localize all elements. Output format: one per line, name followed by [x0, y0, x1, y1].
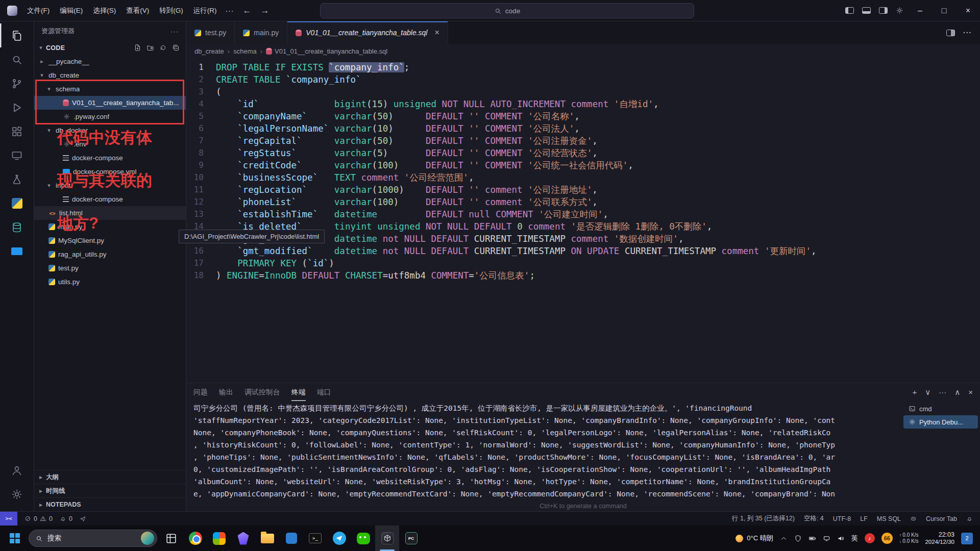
problems-status[interactable]: 0 0 [24, 515, 53, 522]
taskbar-pycharm[interactable]: PC [399, 525, 423, 551]
launch-status[interactable] [80, 515, 86, 522]
section-NOTEPADS[interactable]: ▸NOTEPADS [34, 497, 186, 511]
terminal-dropdown-icon[interactable]: ∨ [925, 388, 930, 397]
weather-widget[interactable]: 0°C 晴朗 [736, 534, 773, 543]
activity-account[interactable] [0, 458, 34, 482]
menu-R[interactable]: 运行(R) [189, 4, 222, 17]
activity-extensions[interactable] [0, 119, 34, 143]
tray-expand-icon[interactable] [780, 535, 788, 542]
activity-settings[interactable] [0, 482, 34, 506]
activity-python[interactable] [0, 191, 34, 215]
panel-tab-问题[interactable]: 问题 [193, 383, 208, 401]
remote-indicator[interactable]: >< [0, 512, 17, 525]
close-panel-icon[interactable]: × [968, 388, 973, 396]
menu-E[interactable]: 编辑(E) [55, 4, 87, 17]
taskbar-telegram[interactable] [327, 525, 351, 551]
tree-item-list.html[interactable]: <>list.html [34, 206, 186, 220]
toggle-secondary-sidebar-icon[interactable] [879, 7, 888, 14]
tree-item-input[interactable]: ▾input [34, 179, 186, 192]
command-center-search[interactable]: code [320, 3, 694, 18]
terminal-instance-PythonDebu[interactable]: Python Debu... [903, 415, 978, 429]
taskbar-obsidian[interactable] [231, 525, 255, 551]
close-tab-icon[interactable]: × [434, 28, 439, 37]
language-mode[interactable]: MS SQL [877, 515, 901, 522]
taskbar-chrome[interactable] [183, 525, 207, 551]
activity-explorer[interactable] [0, 23, 34, 47]
activity-database[interactable] [0, 215, 34, 239]
code-editor[interactable]: 1DROP TABLE IF EXISTS `company_info`;2CR… [186, 58, 980, 383]
tab-test.py[interactable]: test.py [186, 21, 235, 44]
refresh-icon[interactable] [159, 44, 167, 52]
taskbar-file-explorer[interactable] [255, 525, 279, 551]
taskbar-wechat[interactable] [351, 525, 375, 551]
toggle-sidebar-icon[interactable] [845, 7, 854, 14]
tree-item-main.py[interactable]: main.py [34, 220, 186, 234]
tree-item-.pyway.conf[interactable]: .pyway.conf [34, 110, 186, 123]
section-大纲[interactable]: ▸大纲 [34, 470, 186, 484]
notification-center[interactable]: 2 [961, 533, 973, 544]
toggle-panel-icon[interactable] [862, 7, 871, 14]
settings-gear-icon[interactable] [896, 7, 903, 14]
cursor-position[interactable]: 行 1, 列 35 (已选择12) [732, 514, 795, 523]
eol[interactable]: LF [860, 515, 868, 522]
taskbar-search[interactable]: 搜索 [29, 530, 157, 547]
breadcrumb-item[interactable]: V01_01__create_tianyancha_table.sql [266, 47, 387, 55]
panel-tab-端口[interactable]: 端口 [317, 383, 331, 401]
activity-testing[interactable] [0, 167, 34, 191]
collapse-all-icon[interactable] [172, 44, 180, 52]
tree-item-test.py[interactable]: test.py [34, 261, 186, 275]
tree-item-db_docker[interactable]: ▾db_docker [34, 123, 186, 137]
split-editor-icon[interactable] [946, 30, 955, 36]
network-icon[interactable] [823, 535, 830, 542]
tab-main.py[interactable]: main.py [235, 21, 287, 44]
tree-item-db_create[interactable]: ▾db_create [34, 68, 186, 82]
close-button[interactable]: × [956, 0, 980, 21]
section-code[interactable]: CODE [46, 44, 65, 52]
new-folder-icon[interactable] [146, 44, 154, 52]
indentation[interactable]: 空格: 4 [804, 514, 824, 523]
defender-icon[interactable] [794, 535, 802, 542]
taskbar-terminal[interactable]: >_ [303, 525, 327, 551]
panel-tab-终端[interactable]: 终端 [291, 383, 306, 401]
forward-button[interactable]: → [256, 5, 274, 17]
music-app-icon[interactable]: ♪ [865, 533, 875, 543]
taskbar-task-view[interactable] [159, 525, 183, 551]
back-button[interactable]: ← [238, 5, 256, 17]
minimize-button[interactable]: – [908, 0, 932, 21]
tree-item-MySqlClient.py[interactable]: MySqlClient.py [34, 234, 186, 247]
start-button[interactable] [3, 525, 27, 551]
cursor-tab-status[interactable]: Cursor Tab [926, 515, 957, 522]
activity-search[interactable] [0, 47, 34, 71]
menu-more-button[interactable]: ··· [222, 5, 238, 17]
maximize-button[interactable]: □ [932, 0, 956, 21]
tree-item-V01_01__create_tianyancha_tab...[interactable]: V01_01__create_tianyancha_tab... [34, 96, 186, 110]
taskbar-cursor[interactable] [375, 525, 399, 551]
menu-V[interactable]: 查看(V) [121, 4, 154, 17]
perf-badge[interactable]: 66 [881, 533, 893, 544]
tree-item-utils.py[interactable]: utils.py [34, 275, 186, 289]
new-terminal-icon[interactable]: + [913, 388, 917, 396]
breadcrumb-item[interactable]: schema [233, 47, 257, 55]
tree-item-schema[interactable]: ▾schema [34, 82, 186, 96]
new-file-icon[interactable] [134, 44, 141, 52]
tree-item-docker-compose[interactable]: docker-compose [34, 151, 186, 165]
taskbar-app-blue[interactable] [279, 525, 303, 551]
tree-item-docker-compose.yml[interactable]: docker-compose.yml [34, 165, 186, 179]
bell-count[interactable]: 0 [60, 515, 72, 522]
notifications-bell[interactable] [966, 515, 973, 522]
tree-item-rag_api_utils.py[interactable]: rag_api_utils.py [34, 247, 186, 261]
clock[interactable]: 22:03 2024/12/30 [925, 531, 954, 545]
tree-item-docker-compose[interactable]: docker-compose [34, 192, 186, 206]
terminal-output[interactable]: 司宁乡分公司 (曾用名: 中誉杰森项目管理有限公司宁乡分公司) , 成立于201… [186, 401, 903, 501]
activity-run-debug[interactable] [0, 95, 34, 119]
copilot-status[interactable] [910, 515, 917, 522]
sidebar-more-button[interactable]: ··· [170, 28, 179, 35]
terminal-instance-cmd[interactable]: cmd [903, 402, 978, 415]
menu-F[interactable]: 文件(F) [22, 4, 54, 17]
menu-S[interactable]: 选择(S) [88, 4, 120, 17]
tree-item-__pycache__[interactable]: ▸__pycache__ [34, 55, 186, 68]
volume-icon[interactable] [837, 535, 845, 542]
activity-source-control[interactable] [0, 71, 34, 95]
tab-V01_01__create_tianyancha_table.sql[interactable]: V01_01__create_tianyancha_table.sql× [287, 21, 448, 44]
panel-tab-输出[interactable]: 输出 [219, 383, 233, 401]
